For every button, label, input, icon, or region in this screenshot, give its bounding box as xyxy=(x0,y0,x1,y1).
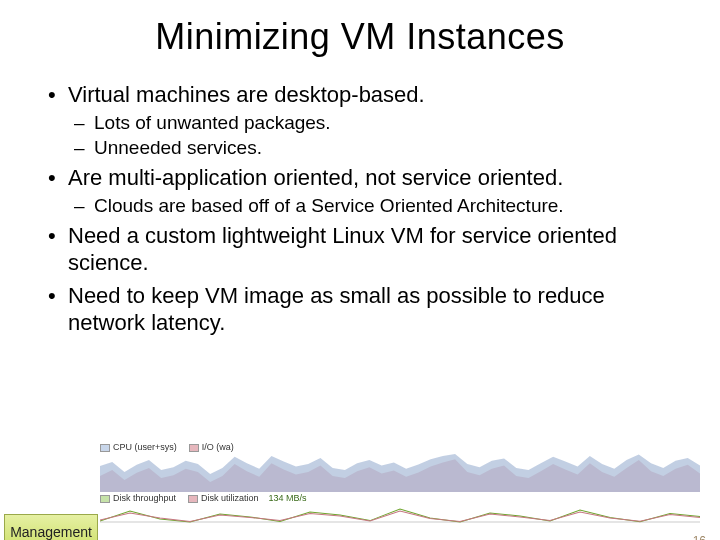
disk-chart xyxy=(100,503,700,523)
page-title: Minimizing VM Instances xyxy=(0,16,720,58)
chart-area: CPU (user+sys) I/O (wa) Disk throughput … xyxy=(100,442,700,520)
management-tag: Management xyxy=(4,514,98,540)
chart-legend-top: CPU (user+sys) I/O (wa) xyxy=(100,442,700,452)
bullet-subitem: Lots of unwanted packages. xyxy=(40,111,680,134)
legend-label: I/O (wa) xyxy=(202,442,234,452)
legend-label: Disk utilization xyxy=(201,493,259,503)
swatch-icon xyxy=(100,444,110,452)
swatch-icon xyxy=(100,495,110,503)
bullet-item: Are multi-application oriented, not serv… xyxy=(40,165,680,192)
bullet-item: Need to keep VM image as small as possib… xyxy=(40,283,680,337)
page-number: 16 xyxy=(693,534,706,540)
chart-legend-mid: Disk throughput Disk utilization xyxy=(100,493,259,503)
cpu-io-chart xyxy=(100,452,700,492)
bullet-subitem: Clouds are based off of a Service Orient… xyxy=(40,194,680,217)
swatch-icon xyxy=(188,495,198,503)
tag-label: Management xyxy=(10,524,92,540)
bullet-item: Virtual machines are desktop-based. xyxy=(40,82,680,109)
bullet-item: Need a custom lightweight Linux VM for s… xyxy=(40,223,680,277)
legend-label: CPU (user+sys) xyxy=(113,442,177,452)
bullet-subitem: Unneeded services. xyxy=(40,136,680,159)
rate-annotation: 134 MB/s xyxy=(269,493,307,503)
legend-label: Disk throughput xyxy=(113,493,176,503)
content-body: Virtual machines are desktop-based. Lots… xyxy=(0,82,720,336)
swatch-icon xyxy=(189,444,199,452)
